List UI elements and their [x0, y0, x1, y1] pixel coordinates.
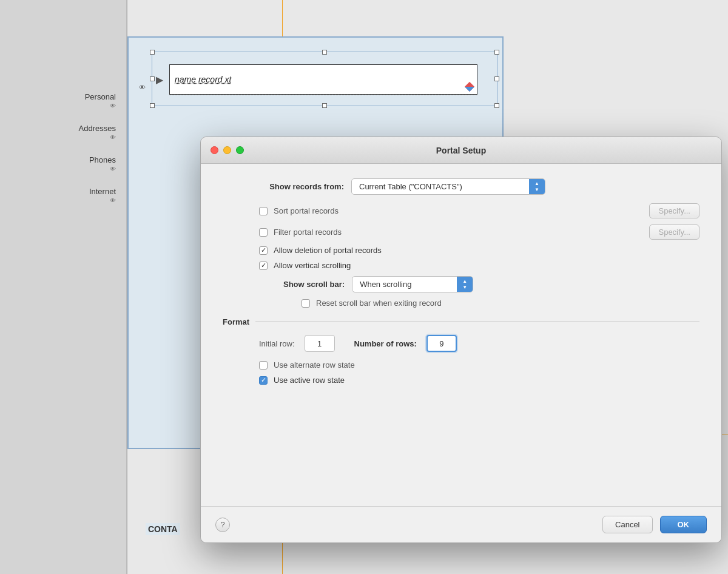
handle-mr[interactable]: [494, 76, 499, 81]
alternate-row-group: Use alternate row state: [259, 360, 699, 370]
show-records-dropdown[interactable]: Current Table ("CONTACTS") ▲ ▼: [351, 178, 545, 195]
sidebar-item-internet[interactable]: Internet 👁: [0, 180, 127, 211]
active-row-group: Use active row state: [259, 376, 699, 385]
active-row-checkbox[interactable]: [259, 376, 268, 385]
scroll-stepper-down-icon: ▼: [462, 285, 467, 291]
color-badge: [465, 82, 474, 92]
filter-portal-group: Filter portal records: [259, 228, 649, 237]
sidebar-addresses-label: Addresses: [79, 124, 116, 133]
eye-icon-internet: 👁: [110, 197, 116, 204]
sort-portal-checkbox[interactable]: [259, 207, 268, 215]
allow-deletion-group: Allow deletion of portal records: [259, 246, 699, 255]
cancel-button[interactable]: Cancel: [602, 516, 652, 533]
eye-icon-phones: 👁: [110, 166, 116, 172]
handle-ml[interactable]: [150, 76, 155, 81]
number-fields-row: Initial row: Number of rows:: [223, 335, 699, 352]
format-section: Format Initial row: Number of rows: Use …: [223, 317, 699, 385]
scroll-bar-dropdown[interactable]: When scrolling ▲ ▼: [352, 276, 473, 292]
svg-marker-2: [465, 87, 474, 92]
portal-setup-dialog: Portal Setup Show records from: Current …: [200, 137, 722, 543]
svg-marker-1: [465, 82, 474, 87]
number-of-rows-label: Number of rows:: [354, 339, 417, 348]
sidebar-item-addresses[interactable]: Addresses 👁: [0, 116, 127, 148]
alternate-row-label: Use alternate row state: [274, 360, 355, 370]
sort-portal-label: Sort portal records: [274, 206, 339, 215]
reset-scroll-checkbox[interactable]: [302, 299, 310, 308]
allow-deletion-checkbox[interactable]: [259, 246, 268, 255]
sidebar-phones-label: Phones: [89, 155, 116, 164]
selected-field-container: ▶ 👁 name record xt: [146, 46, 504, 112]
reset-scroll-group: Reset scroll bar when exiting record: [302, 299, 699, 308]
sort-specify-button[interactable]: Specify...: [649, 203, 699, 218]
field-indicator: ▶: [156, 74, 163, 86]
stepper-up-icon: ▲: [534, 181, 539, 187]
help-button[interactable]: ?: [215, 518, 230, 532]
selection-box: ▶ 👁 name record xt: [152, 52, 497, 106]
sort-portal-row: Sort portal records Specify...: [223, 203, 699, 218]
show-scroll-bar-row: Show scroll bar: When scrolling ▲ ▼: [223, 276, 699, 292]
close-button[interactable]: [211, 146, 218, 154]
initial-row-input[interactable]: [305, 335, 335, 352]
allow-scrolling-row: Allow vertical scrolling: [223, 261, 699, 270]
active-row-section: Use active row state: [223, 376, 699, 385]
format-divider: [255, 322, 699, 322]
handle-bl[interactable]: [150, 103, 155, 108]
sidebar-item-phones[interactable]: Phones 👁: [0, 148, 127, 180]
format-title: Format: [223, 317, 249, 326]
minimize-button[interactable]: [223, 146, 231, 154]
show-records-value: Current Table ("CONTACTS"): [352, 179, 529, 194]
maximize-button[interactable]: [236, 146, 244, 154]
field-text: name record xt: [175, 75, 231, 84]
show-records-row: Show records from: Current Table ("CONTA…: [223, 178, 699, 195]
allow-scrolling-group: Allow vertical scrolling: [259, 261, 699, 270]
ok-button[interactable]: OK: [660, 516, 707, 533]
allow-deletion-label: Allow deletion of portal records: [274, 246, 382, 255]
eye-icon-personal: 👁: [110, 103, 116, 109]
stepper-down-icon: ▼: [534, 187, 539, 193]
filter-portal-checkbox[interactable]: [259, 228, 268, 237]
reset-scroll-row: Reset scroll bar when exiting record: [223, 299, 699, 308]
traffic-lights: [211, 146, 244, 154]
field-box[interactable]: name record xt: [169, 64, 477, 95]
footer-buttons: Cancel OK: [602, 516, 707, 533]
dialog-footer: ? Cancel OK: [201, 506, 721, 542]
sidebar-personal-label: Personal: [85, 92, 116, 101]
format-header: Format: [223, 317, 699, 326]
conta-label: CONTA: [146, 523, 180, 535]
scroll-bar-value: When scrolling: [352, 277, 457, 292]
filter-specify-button[interactable]: Specify...: [649, 225, 699, 240]
field-dashed-line: [169, 95, 477, 95]
allow-scrolling-checkbox[interactable]: [259, 262, 268, 270]
allow-deletion-row: Allow deletion of portal records: [223, 246, 699, 255]
scroll-stepper-up-icon: ▲: [462, 279, 467, 285]
alternate-row-section: Use alternate row state: [223, 360, 699, 370]
sidebar-item-personal[interactable]: Personal 👁: [0, 85, 127, 116]
filter-portal-label: Filter portal records: [274, 228, 342, 237]
active-row-label: Use active row state: [274, 376, 345, 385]
dialog-titlebar: Portal Setup: [201, 137, 721, 164]
handle-tl[interactable]: [150, 50, 155, 55]
sidebar-divider: [126, 0, 127, 574]
alternate-row-checkbox[interactable]: [259, 361, 268, 370]
dialog-body: Show records from: Current Table ("CONTA…: [201, 164, 721, 405]
sidebar-internet-label: Internet: [89, 187, 116, 196]
sort-portal-group: Sort portal records: [259, 206, 649, 215]
handle-tr[interactable]: [494, 50, 499, 55]
dialog-title: Portal Setup: [436, 146, 486, 155]
show-records-label: Show records from:: [223, 182, 344, 191]
reset-scroll-label: Reset scroll bar when exiting record: [316, 299, 442, 308]
sidebar: Personal 👁 Addresses 👁 Phones 👁 Internet…: [0, 0, 127, 574]
scroll-bar-stepper[interactable]: ▲ ▼: [457, 277, 473, 292]
filter-portal-row: Filter portal records Specify...: [223, 225, 699, 240]
allow-scrolling-label: Allow vertical scrolling: [274, 261, 351, 270]
initial-row-label: Initial row:: [259, 339, 295, 348]
show-records-stepper[interactable]: ▲ ▼: [529, 179, 545, 194]
handle-br[interactable]: [494, 103, 499, 108]
show-scroll-bar-label: Show scroll bar:: [283, 280, 345, 289]
number-of-rows-input[interactable]: [426, 335, 457, 352]
eye-icon-addresses: 👁: [110, 134, 116, 141]
field-eye-icon: 👁: [139, 84, 146, 91]
handle-tc[interactable]: [322, 50, 327, 55]
handle-bc[interactable]: [322, 103, 327, 108]
